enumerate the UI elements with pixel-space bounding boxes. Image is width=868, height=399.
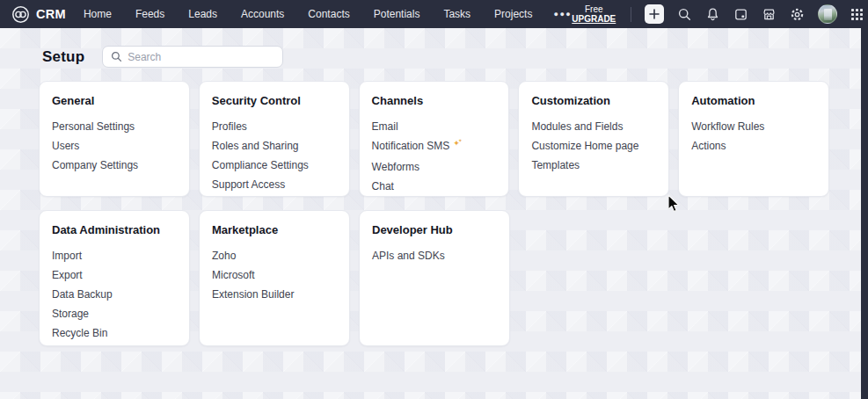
right-edge-strip [861, 0, 868, 399]
navbar-right: Free UPGRADE [572, 4, 868, 24]
store-icon [762, 7, 777, 22]
setup-link-extension-builder[interactable]: Extension Builder [212, 285, 337, 304]
setup-card-general: General Personal Settings Users Company … [39, 81, 190, 197]
setup-link-import[interactable]: Import [52, 246, 177, 265]
setup-link-export[interactable]: Export [52, 265, 177, 285]
search-icon [677, 7, 692, 22]
setup-link-chat[interactable]: Chat [372, 177, 497, 196]
zoho-logo-icon [11, 5, 30, 24]
setup-search-input[interactable] [128, 51, 274, 63]
card-title: General [52, 92, 177, 110]
setup-link-company-settings[interactable]: Company Settings [52, 156, 177, 175]
settings-button[interactable] [790, 7, 805, 22]
setup-link-data-backup[interactable]: Data Backup [52, 285, 177, 304]
cards-row-2: Data Administration Import Export Data B… [39, 210, 829, 346]
page-title: Setup [42, 48, 84, 66]
search-button[interactable] [677, 7, 692, 22]
bell-icon [705, 7, 720, 22]
setup-link-notification-sms[interactable]: Notification SMS✦✦ [372, 136, 497, 157]
plus-icon [649, 9, 660, 19]
setup-link-customize-home-page[interactable]: Customize Home page [531, 136, 656, 156]
plan-label: Free [572, 5, 616, 14]
quick-create-button[interactable] [645, 4, 664, 24]
card-title: Developer Hub [372, 221, 497, 239]
setup-link-support-access[interactable]: Support Access [212, 175, 337, 194]
card-title: Data Administration [52, 221, 177, 239]
setup-link-modules-and-fields[interactable]: Modules and Fields [531, 117, 656, 136]
setup-card-developer-hub: Developer Hub APIs and SDKs [359, 210, 510, 346]
setup-link-apis-and-sdks[interactable]: APIs and SDKs [372, 246, 497, 265]
nav-item-contacts[interactable]: Contacts [308, 8, 349, 20]
upgrade-plan[interactable]: Free UPGRADE [572, 5, 616, 24]
card-title: Automation [691, 92, 816, 110]
user-avatar[interactable] [818, 4, 837, 24]
card-title: Customization [531, 92, 656, 110]
nav-item-leads[interactable]: Leads [188, 8, 217, 20]
setup-link-actions[interactable]: Actions [691, 136, 816, 156]
setup-link-webforms[interactable]: Webforms [372, 157, 497, 177]
nav-more-button[interactable]: ●●● [553, 10, 572, 18]
setup-link-compliance-settings[interactable]: Compliance Settings [212, 156, 337, 175]
nav-links: Home Feeds Leads Accounts Contacts Poten… [84, 8, 533, 20]
sparkle-icon: ✦✦ [453, 136, 464, 157]
setup-link-recycle-bin[interactable]: Recycle Bin [52, 323, 177, 343]
setup-header-row: Setup [42, 28, 829, 68]
setup-link-workflow-rules[interactable]: Workflow Rules [691, 117, 816, 136]
top-navbar: CRM Home Feeds Leads Accounts Contacts P… [0, 0, 868, 28]
setup-card-security-control: Security Control Profiles Roles and Shar… [199, 81, 350, 197]
nav-item-feeds[interactable]: Feeds [135, 8, 164, 20]
calendar-icon [733, 7, 748, 22]
nav-item-projects[interactable]: Projects [494, 8, 532, 20]
nav-item-potentials[interactable]: Potentials [374, 8, 420, 20]
search-icon [111, 51, 122, 62]
nav-item-tasks[interactable]: Tasks [443, 8, 470, 20]
setup-link-zoho[interactable]: Zoho [212, 246, 337, 265]
setup-page: Setup General Personal Settings Users Co… [0, 28, 868, 399]
setup-card-automation: Automation Workflow Rules Actions [678, 81, 829, 197]
setup-link-profiles[interactable]: Profiles [212, 117, 337, 136]
setup-link-users[interactable]: Users [52, 136, 177, 156]
brand[interactable]: CRM [11, 5, 66, 24]
setup-card-data-administration: Data Administration Import Export Data B… [39, 210, 190, 346]
card-title: Marketplace [212, 221, 337, 239]
divider [631, 7, 631, 22]
setup-link-microsoft[interactable]: Microsoft [212, 265, 337, 285]
setup-card-marketplace: Marketplace Zoho Microsoft Extension Bui… [199, 210, 350, 346]
nav-item-accounts[interactable]: Accounts [241, 8, 284, 20]
apps-grid-icon [850, 8, 864, 21]
upgrade-link[interactable]: UPGRADE [572, 15, 616, 24]
setup-link-email[interactable]: Email [372, 117, 497, 136]
notifications-button[interactable] [705, 7, 720, 22]
setup-search-box[interactable] [102, 46, 283, 68]
setup-card-customization: Customization Modules and Fields Customi… [518, 81, 669, 197]
setup-link-roles-and-sharing[interactable]: Roles and Sharing [212, 136, 337, 156]
card-title: Channels [372, 92, 497, 110]
marketplace-button[interactable] [762, 7, 777, 22]
apps-button[interactable] [850, 8, 864, 21]
gear-icon [790, 7, 805, 22]
setup-card-channels: Channels Email Notification SMS✦✦ Webfor… [359, 81, 510, 197]
brand-name: CRM [36, 7, 66, 21]
cards-row-1: General Personal Settings Users Company … [39, 81, 829, 197]
setup-link-storage[interactable]: Storage [52, 304, 177, 323]
card-title: Security Control [212, 92, 337, 110]
calendar-button[interactable] [733, 7, 748, 22]
setup-link-templates[interactable]: Templates [531, 156, 656, 175]
nav-item-home[interactable]: Home [84, 8, 112, 20]
setup-link-personal-settings[interactable]: Personal Settings [52, 117, 177, 136]
